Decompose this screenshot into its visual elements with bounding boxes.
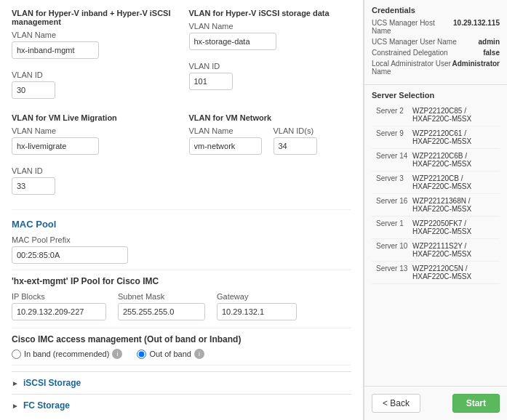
server-row-4[interactable]: Server 16 WZP22121368N / HXAF220C-M5SX [372,194,500,217]
cred-value-0: 10.29.132.115 [453,19,500,35]
server-value-5: WZP22050FK7 / HXAF220C-M5SX [412,219,495,235]
vlan-vmnet-id-label: VLAN ID(s) [274,126,346,135]
ip-blocks-input[interactable] [12,303,106,320]
mac-pool-header: MAC Pool [12,219,351,230]
accordion-iscsi[interactable]: ► iSCSI Storage [12,371,351,394]
cred-row-3: Local Administrator User Name Administra… [372,60,500,76]
vlan-inband-block: VLAN for Hyper-V inband + Hyper-V iSCSI … [12,9,175,106]
vlan-vmnet-id-group: VLAN ID(s) [274,126,346,155]
vlan-storage-id-group: VLAN ID [189,62,262,90]
radio-inband-label: In band (recommended) [24,350,109,358]
cred-label-2: Constrained Delegation [372,49,448,57]
inband-info-icon[interactable]: i [112,349,122,359]
server-value-7: WZP22120C5N / HXAF220C-M5SX [412,264,495,280]
vlan-inband-title: VLAN for Hyper-V inband + Hyper-V iSCSI … [12,9,175,26]
server-label-3: Server 3 [376,174,412,190]
vlan-live-title: VLAN for VM Live Migration [12,113,175,122]
accordion-fc[interactable]: ► FC Storage [12,394,351,416]
server-row-7[interactable]: Server 13 WZP22120C5N / HXAF220C-M5SX [372,262,500,284]
radio-inband[interactable] [12,350,21,359]
vlan-row1: VLAN for Hyper-V inband + Hyper-V iSCSI … [12,9,351,106]
server-selection-section: Server Selection Server 2 WZP22120C85 / … [364,85,507,386]
fc-chevron-icon: ► [12,402,19,410]
start-button[interactable]: Start [452,394,500,413]
fc-label: FC Storage [23,400,70,411]
server-value-3: WZP22120CB / HXAF220C-M5SX [412,174,495,190]
server-value-1: WZP22120C61 / HXAF220C-M5SX [412,129,495,145]
divider-mac [12,209,351,210]
vlan-vmnet-name-label: VLAN Name [189,126,262,135]
server-label-6: Server 10 [376,242,412,258]
gateway-input[interactable] [217,303,297,320]
radio-outband[interactable] [137,350,146,359]
vlan-inband-id-label: VLAN ID [12,70,84,79]
mac-prefix-label: MAC Pool Prefix [12,235,351,244]
ip-blocks-label: IP Blocks [12,292,106,301]
ip-pool-section: 'hx-ext-mgmt' IP Pool for Cisco IMC IP B… [12,276,351,320]
vlan-storage-id-input[interactable] [189,73,233,90]
vlan-inband-name-input[interactable] [12,41,99,59]
vlan-storage-name-input[interactable] [189,33,276,50]
server-row-0[interactable]: Server 2 WZP22120C85 / HXAF220C-M5SX [372,104,500,126]
vlan-inband-name-group: VLAN Name [12,31,99,59]
cisco-imc-radio-group: In band (recommended) i Out of band i [12,349,351,359]
server-row-1[interactable]: Server 9 WZP22120C61 / HXAF220C-M5SX [372,126,500,149]
cred-row-1: UCS Manager User Name admin [372,38,500,46]
radio-outband-item[interactable]: Out of band i [137,349,204,359]
server-row-6[interactable]: Server 10 WZP22111S2Y / HXAF220C-M5SX [372,239,500,262]
vlan-vmnet-title: VLAN for VM Network [189,113,352,122]
mac-prefix-group: MAC Pool Prefix [12,235,351,264]
cred-label-1: UCS Manager User Name [372,38,457,46]
ip-pool-form-row: IP Blocks Subnet Mask Gateway [12,292,351,320]
gateway-label: Gateway [217,292,297,301]
vlan-storage-name-group: VLAN Name [189,22,276,50]
vlan-row2: VLAN for VM Live Migration VLAN Name VLA… [12,113,351,202]
server-label-4: Server 16 [376,197,412,213]
server-value-4: WZP22121368N / HXAF220C-M5SX [412,197,495,213]
credentials-section: Credentials UCS Manager Host Name 10.29.… [364,0,507,85]
server-value-2: WZP22120C6B / HXAF220C-M5SX [412,152,495,168]
gateway-group: Gateway [217,292,297,320]
vlan-live-id-group: VLAN ID [12,166,84,195]
subnet-mask-label: Subnet Mask [118,292,205,301]
ip-blocks-group: IP Blocks [12,292,106,320]
bottom-buttons: < Back Start [364,386,507,420]
server-label-0: Server 2 [376,107,412,123]
ip-pool-title: 'hx-ext-mgmt' IP Pool for Cisco IMC [12,276,351,286]
server-selection-title: Server Selection [372,91,500,100]
vlan-vmnet-name-input[interactable] [189,137,262,155]
divider-iscsi [12,365,351,366]
server-row-2[interactable]: Server 14 WZP22120C6B / HXAF220C-M5SX [372,149,500,171]
iscsi-label: iSCSI Storage [23,378,81,388]
cisco-imc-section: Cisco IMC access management (Out of band… [12,334,351,359]
vlan-live-name-group: VLAN Name [12,126,99,155]
vlan-live-id-input[interactable] [12,177,55,195]
outband-info-icon[interactable]: i [194,349,204,359]
vlan-storage-id-label: VLAN ID [189,62,262,70]
radio-inband-item[interactable]: In band (recommended) i [12,349,122,359]
divider-ip [12,270,351,270]
server-row-3[interactable]: Server 3 WZP22120CB / HXAF220C-M5SX [372,171,500,194]
vlan-live-block: VLAN for VM Live Migration VLAN Name VLA… [12,113,175,202]
vlan-live-name-input[interactable] [12,137,99,155]
vlan-vmnet-name-group: VLAN Name [189,126,262,155]
subnet-mask-group: Subnet Mask [118,292,205,320]
credentials-title: Credentials [372,6,500,15]
server-label-1: Server 9 [376,129,412,145]
server-row-5[interactable]: Server 1 WZP22050FK7 / HXAF220C-M5SX [372,217,500,239]
cred-row-0: UCS Manager Host Name 10.29.132.115 [372,19,500,35]
vlan-vmnet-block: VLAN for VM Network VLAN Name VLAN ID(s) [189,113,352,202]
server-label-5: Server 1 [376,219,412,235]
server-label-7: Server 13 [376,264,412,280]
cred-value-1: admin [479,38,500,46]
server-value-6: WZP22111S2Y / HXAF220C-M5SX [412,242,495,258]
vlan-inband-id-input[interactable] [12,81,55,99]
cred-value-2: false [483,49,500,57]
subnet-mask-input[interactable] [118,303,205,320]
vlan-storage-block: VLAN for Hyper-V iSCSI storage data VLAN… [189,9,352,106]
vlan-vmnet-id-input[interactable] [274,137,317,155]
mac-pool-section: MAC Pool MAC Pool Prefix [12,219,351,264]
back-button[interactable]: < Back [372,394,420,413]
vlan-live-id-label: VLAN ID [12,166,84,175]
mac-prefix-input[interactable] [12,246,128,264]
